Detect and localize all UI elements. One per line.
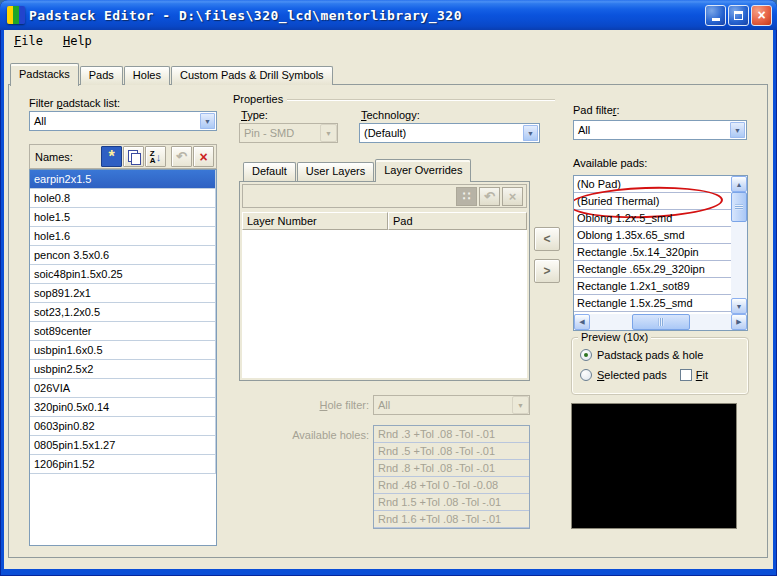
horizontal-scroll-thumb[interactable] (632, 314, 690, 330)
layer-tab[interactable]: Layer Overrides (375, 159, 471, 182)
layer-tab[interactable]: User Layers (297, 162, 374, 181)
new-padstack-button[interactable]: * (101, 146, 122, 167)
copy-padstack-button[interactable] (123, 146, 144, 167)
minimize-button[interactable] (705, 5, 726, 26)
padstack-names-list[interactable]: earpin2x1.5hole0.8hole1.5hole1.6pencon 3… (29, 169, 217, 546)
menu-help[interactable]: Help (60, 33, 95, 49)
hole-filter-label: Hole filter: (239, 399, 369, 411)
undo-icon: ↶ (176, 149, 187, 164)
padstack-name-item[interactable]: hole1.6 (30, 227, 216, 246)
pad-item[interactable]: Oblong 1.35x.65_smd (574, 227, 731, 244)
layer-overrides-toolbar: ∷ ↶ × (242, 184, 527, 208)
new-star-icon: * (108, 147, 114, 167)
group-divider (287, 99, 555, 100)
move-pad-left-button[interactable]: < (534, 227, 560, 251)
pad-item[interactable]: Oblong 1.2x.5_smd (574, 210, 731, 227)
main-tabs: PadstacksPadsHolesCustom Pads & Drill Sy… (10, 62, 334, 85)
delete-padstack-button[interactable]: × (193, 146, 214, 167)
filter-padstack-combo[interactable]: All ▼ (29, 111, 217, 131)
close-button[interactable]: × (751, 5, 772, 26)
padstack-name-item[interactable]: usbpin1.6x0.5 (30, 341, 216, 360)
padstack-name-item[interactable]: sot89center (30, 322, 216, 341)
padstack-name-item[interactable]: 0805pin1.5x1.27 (30, 436, 216, 455)
radio-button[interactable] (580, 369, 592, 381)
window-title: Padstack Editor - D:\files\320_lcd\mento… (29, 8, 462, 23)
padstack-name-item[interactable]: soic48pin1.5x0.25 (30, 265, 216, 284)
sort-names-button[interactable]: ZA↓ (145, 146, 166, 167)
radio-button[interactable] (580, 349, 592, 361)
app-icon (7, 6, 25, 24)
padstack-name-item[interactable]: earpin2x1.5 (30, 170, 216, 189)
copy-icon (128, 150, 140, 163)
pad-filter-combo[interactable]: All ▼ (573, 120, 747, 140)
padstack-name-item[interactable]: sop891.2x1 (30, 284, 216, 303)
pad-item[interactable]: Rectangle 1.5x.25_smd (574, 295, 731, 312)
minimize-icon (712, 18, 720, 21)
pad-filter-label: Pad filter: (573, 104, 619, 116)
padstack-name-item[interactable]: 1206pin1.52 (30, 455, 216, 474)
client-area: File Help PadstacksPadsHolesCustom Pads … (4, 30, 773, 569)
hole-item: Rnd .3 +Tol .08 -Tol -.01 (374, 426, 529, 443)
titlebar[interactable]: Padstack Editor - D:\files\320_lcd\mento… (0, 0, 777, 30)
hole-item: Rnd .5 +Tol .08 -Tol -.01 (374, 443, 529, 460)
delete-override-button: × (502, 187, 523, 206)
hole-item: Rnd .8 +Tol .08 -Tol -.01 (374, 460, 529, 477)
close-icon: × (757, 8, 765, 22)
preview-group: Preview (10x) Padstack pads & hole Selec… (571, 337, 749, 395)
menu-bar: File Help (4, 30, 773, 52)
main-tab[interactable]: Holes (124, 66, 170, 85)
main-tab[interactable]: Pads (80, 66, 123, 85)
chevron-down-icon[interactable]: ▼ (729, 121, 746, 139)
chevron-down-icon: ▼ (320, 124, 337, 142)
padstack-preview-canvas[interactable] (571, 403, 737, 529)
padstack-name-item[interactable]: hole0.8 (30, 189, 216, 208)
main-tab[interactable]: Custom Pads & Drill Symbols (171, 66, 333, 85)
padstack-name-item[interactable]: 320pin0.5x0.14 (30, 398, 216, 417)
padstack-name-item[interactable]: sot23,1.2x0.5 (30, 303, 216, 322)
padstack-name-item[interactable]: hole1.5 (30, 208, 216, 227)
column-pad[interactable]: Pad (388, 212, 527, 230)
fit-checkbox[interactable] (680, 369, 692, 381)
main-tab[interactable]: Padstacks (10, 63, 79, 86)
pad-item[interactable]: (No Pad) (574, 176, 731, 193)
type-label: Type: (241, 109, 268, 121)
scroll-left-icon[interactable]: ◀ (574, 314, 590, 330)
layer-tab[interactable]: Default (243, 162, 296, 181)
move-pad-right-button[interactable]: > (534, 259, 560, 283)
scroll-down-icon[interactable]: ▼ (731, 298, 747, 314)
properties-group-header: Properties (233, 93, 555, 105)
padstack-name-item[interactable]: 026VIA (30, 379, 216, 398)
scroll-right-icon[interactable]: ▶ (731, 314, 747, 330)
type-combo: Pin - SMD ▼ (239, 123, 338, 143)
pad-item[interactable]: Rectangle .5x.14_320pin (574, 244, 731, 261)
grid-dots-icon: ∷ (463, 189, 471, 203)
column-layer-number[interactable]: Layer Number (242, 212, 388, 230)
chevron-down-icon[interactable]: ▼ (522, 124, 539, 142)
scroll-up-icon[interactable]: ▲ (731, 176, 747, 192)
padstack-name-item[interactable]: pencon 3.5x0.6 (30, 246, 216, 265)
available-holes-label: Available holes: (239, 429, 369, 441)
padstack-name-item[interactable]: 0603pin0.82 (30, 417, 216, 436)
available-pads-list[interactable]: (No Pad)(Buried Thermal)Oblong 1.2x.5_sm… (574, 176, 731, 314)
layer-tabs: DefaultUser LayersLayer Overrides (243, 156, 472, 181)
chevron-down-icon[interactable]: ▼ (199, 112, 216, 130)
sort-za-icon: ZA↓ (150, 150, 161, 164)
pad-item[interactable]: Rectangle .65x.29_320ipn (574, 261, 731, 278)
radio-padstack-pads-hole[interactable]: Padstack pads & hole (580, 349, 703, 361)
horizontal-scrollbar[interactable]: ◀ ▶ (574, 314, 747, 330)
undo-icon: ↶ (484, 189, 495, 204)
vertical-scrollbar[interactable]: ▲ ▼ (731, 176, 747, 314)
hole-filter-value: All (378, 399, 390, 411)
radio-selected-pads[interactable]: Selected pads Fit (580, 369, 708, 381)
menu-file[interactable]: File (11, 33, 46, 49)
available-holes-list: Rnd .3 +Tol .08 -Tol -.01Rnd .5 +Tol .08… (373, 425, 530, 529)
layer-table-body[interactable] (242, 230, 527, 378)
technology-combo[interactable]: (Default) ▼ (359, 123, 540, 143)
pad-item[interactable]: Rectangle 1.2x1_sot89 (574, 278, 731, 295)
filter-padstack-value: All (34, 115, 46, 127)
pad-item[interactable]: (Buried Thermal) (574, 193, 731, 210)
padstack-name-item[interactable]: usbpin2.5x2 (30, 360, 216, 379)
fit-checkbox-wrap[interactable]: Fit (680, 369, 708, 381)
maximize-button[interactable] (728, 5, 749, 26)
vertical-scroll-thumb[interactable] (731, 192, 747, 222)
